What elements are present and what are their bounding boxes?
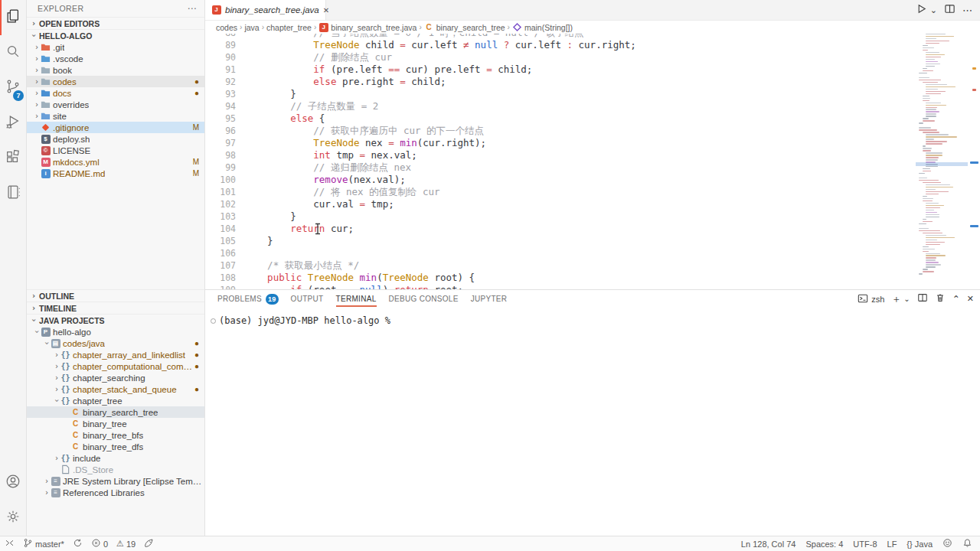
split-editor-icon[interactable]: [944, 3, 956, 18]
minimap-line: [923, 271, 934, 272]
open-editors-section[interactable]: › OPEN EDITORS: [27, 17, 204, 29]
breadcrumb-item-binary_search_tree[interactable]: Cbinary_search_tree: [424, 22, 505, 32]
file-overrides[interactable]: ›overrides: [27, 99, 204, 110]
activity-explorer[interactable]: [0, 0, 26, 35]
terminal-content[interactable]: (base) jyd@JYD-MBP hello-algo %: [205, 308, 980, 536]
breadcrumb-label: main(String[]): [524, 23, 573, 32]
run-dropdown-icon[interactable]: ⌄: [930, 5, 937, 15]
minimap-line: [926, 107, 937, 108]
minimap[interactable]: [916, 34, 968, 286]
branch-status[interactable]: master*: [23, 536, 64, 551]
file-book[interactable]: ›book: [27, 64, 204, 76]
minimap-line: [923, 68, 928, 69]
close-panel-icon[interactable]: ✕: [967, 294, 974, 304]
file-docs[interactable]: ›docs●: [27, 87, 204, 99]
java-binary_tree[interactable]: Cbinary_tree: [27, 418, 204, 429]
chevron-right-icon: ›: [33, 77, 41, 86]
cursor-position[interactable]: Ln 128, Col 74: [741, 536, 796, 551]
java-chapter_tree[interactable]: ›{}chapter_tree: [27, 395, 204, 406]
feedback[interactable]: [942, 536, 952, 551]
panel-tab-jupyter[interactable]: JUPYTER: [471, 290, 508, 308]
close-icon[interactable]: ✕: [323, 6, 329, 15]
panel-tab-output[interactable]: OUTPUT: [291, 290, 324, 308]
panel-actions: zsh＋⌄⌃✕: [858, 292, 974, 306]
panel-tab-label: JUPYTER: [471, 295, 508, 303]
sync-status[interactable]: [73, 536, 83, 551]
minimap-line: [926, 240, 937, 240]
breadcrumb-item-codes[interactable]: codes: [216, 23, 237, 32]
activity-search[interactable]: [0, 35, 26, 70]
split-terminal-icon[interactable]: [917, 292, 928, 305]
problems-warnings[interactable]: ⚠19: [116, 536, 136, 551]
minimap-line: [926, 253, 940, 254]
notifications[interactable]: [962, 536, 972, 551]
run-icon[interactable]: [916, 3, 927, 18]
terminal-dropdown-icon[interactable]: ⌄: [903, 295, 910, 303]
java-binary_search_tree[interactable]: Cbinary_search_tree: [27, 406, 204, 418]
file-deploy.sh[interactable]: $deploy.sh: [27, 133, 204, 145]
java-Referenced-Libraries[interactable]: ›≡Referenced Libraries: [27, 487, 204, 498]
minimap-line: [916, 226, 968, 227]
class-icon: C: [70, 419, 80, 429]
terminal-shell-selector[interactable]: zsh: [858, 293, 884, 305]
terminal-prompt: (base) jyd@JYD-MBP hello-algo %: [219, 315, 390, 326]
file-.vscode[interactable]: ›.vscode: [27, 53, 204, 64]
panel-tab-problems[interactable]: PROBLEMS19: [217, 290, 279, 308]
java-codes-java[interactable]: ›▤codes/java●: [27, 337, 204, 349]
eol[interactable]: LF: [887, 536, 897, 551]
encoding[interactable]: UTF-8: [853, 536, 877, 551]
activity-settings[interactable]: [0, 500, 26, 536]
section-timeline[interactable]: ›TIMELINE: [27, 302, 204, 314]
file-README.md[interactable]: iREADME.mdM: [27, 168, 204, 179]
java-chapter_searching[interactable]: ›{}chapter_searching: [27, 372, 204, 383]
java-JRE-System-Library--Eclipse-Temurin-17--17...[interactable]: ›≡JRE System Library [Eclipse Temurin 17…: [27, 475, 204, 487]
workspace-root-section[interactable]: › HELLO-ALGO: [27, 29, 204, 41]
file-mkdocs.yml[interactable]: Mmkdocs.ymlM: [27, 156, 204, 168]
activity-extensions[interactable]: [0, 141, 26, 176]
class-icon: C: [70, 407, 80, 417]
line-number: 104: [205, 223, 236, 235]
panel-tab-terminal[interactable]: TERMINAL: [336, 290, 377, 308]
section-outline[interactable]: ›OUTLINE: [27, 289, 204, 302]
file-site[interactable]: ›site: [27, 110, 204, 122]
minimap-line: [919, 228, 929, 229]
file-codes[interactable]: ›codes●: [27, 76, 204, 87]
activity-notebook[interactable]: [0, 176, 26, 211]
overview-ruler[interactable]: [968, 0, 980, 289]
java-.DS_Store[interactable]: .DS_Store: [27, 464, 204, 475]
problems-errors[interactable]: 0: [91, 536, 108, 551]
breadcrumb-item-binary_search_tree.java[interactable]: Jbinary_search_tree.java: [318, 22, 416, 32]
file-.gitignore[interactable]: .gitignoreM: [27, 122, 204, 133]
java-chapter_stack_and_queue[interactable]: ›{}chapter_stack_and_queue●: [27, 383, 204, 395]
java-binary_tree_bfs[interactable]: Cbinary_tree_bfs: [27, 429, 204, 441]
java-launch[interactable]: [144, 536, 154, 551]
section-java-projects[interactable]: ›JAVA PROJECTS: [27, 314, 204, 326]
indentation[interactable]: Spaces: 4: [805, 536, 843, 551]
breadcrumb-item-java[interactable]: java: [244, 23, 259, 32]
language-mode[interactable]: {} Java: [906, 536, 933, 551]
chevron-down-icon: ›: [30, 32, 38, 40]
tab-binary-search-tree-java[interactable]: J binary_search_tree.java ✕: [205, 0, 326, 20]
code-line: 91 if (pre.left == cur) pre.left = child…: [205, 64, 914, 76]
more-actions-icon[interactable]: ⋯: [188, 3, 197, 14]
code-editor[interactable]: 88 // 当子结点数量 = 0 / 1 时，child = null / 该子…: [205, 34, 914, 289]
java-include[interactable]: ›{}include: [27, 452, 204, 464]
file-LICENSE[interactable]: ©LICENSE: [27, 145, 204, 156]
kill-terminal-icon[interactable]: [935, 292, 946, 305]
breadcrumb-item-chapter_tree[interactable]: chapter_tree: [266, 23, 312, 32]
activity-account[interactable]: [0, 465, 26, 500]
maximize-panel-icon[interactable]: ⌃: [952, 294, 960, 305]
new-terminal-icon[interactable]: ＋: [891, 292, 901, 306]
code-line: 106: [205, 247, 914, 259]
java-chapter_computational_complexity[interactable]: ›{}chapter_computational_complexity●: [27, 360, 204, 372]
code-line: 94 // 子结点数量 = 2: [205, 100, 914, 112]
breadcrumb-item-main-String---[interactable]: main(String[]): [512, 22, 573, 32]
java-chapter_array_and_linkedlist[interactable]: ›{}chapter_array_and_linkedlist●: [27, 349, 204, 360]
activity-run-debug[interactable]: [0, 106, 26, 141]
java-binary_tree_dfs[interactable]: Cbinary_tree_dfs: [27, 441, 204, 452]
java-hello-algo[interactable]: ›Phello-algo: [27, 326, 204, 337]
file-.git[interactable]: ›.git: [27, 41, 204, 53]
remote-indicator[interactable]: [5, 536, 15, 551]
activity-source-control[interactable]: 7: [0, 70, 26, 106]
panel-tab-debug-console[interactable]: DEBUG CONSOLE: [389, 290, 459, 308]
